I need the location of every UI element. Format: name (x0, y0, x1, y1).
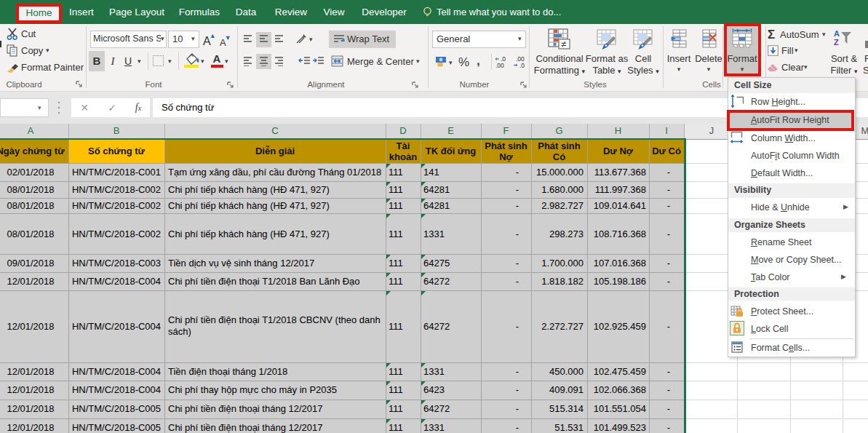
svg-text:A: A (834, 29, 840, 38)
svg-text:.00: .00 (495, 62, 504, 69)
svg-text:Z: Z (834, 38, 839, 47)
svg-text:≠: ≠ (561, 39, 566, 49)
